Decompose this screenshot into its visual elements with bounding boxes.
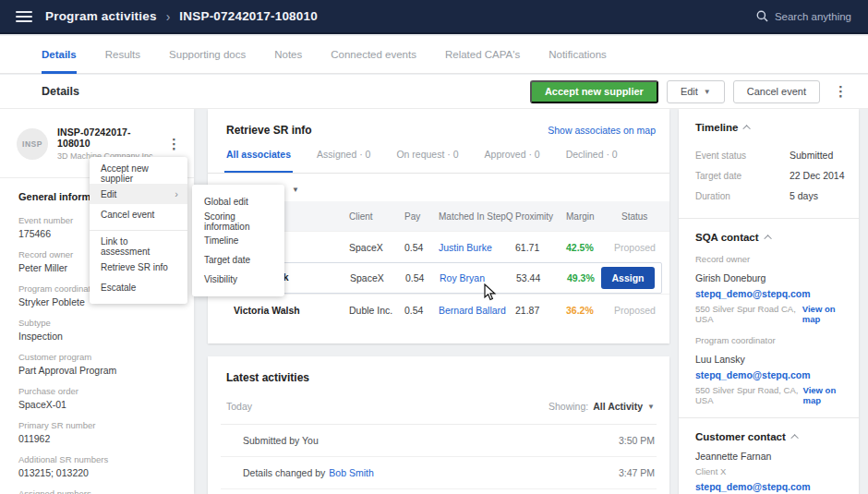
tab-results[interactable]: Results (105, 36, 140, 74)
col-margin: Margin (566, 211, 612, 222)
menu-item-retrieve-sr-info[interactable]: Retrieve SR info (90, 257, 187, 277)
record-avatar: INSP (17, 128, 48, 160)
field-customer-program: Customer program Part Approval Program (18, 352, 177, 376)
sqa-contact-section: SQA contact Record owner Girish Doneburg… (695, 232, 850, 405)
activity-time: 3:47 PM (619, 467, 655, 478)
tab-connected-events[interactable]: Connected events (331, 36, 416, 74)
contact-address: 550 Silver Spur Road CA, USA (695, 304, 802, 324)
field-primary-sr-number: Primary SR number 011962 (18, 420, 177, 444)
menu-item-edit[interactable]: Edit › (90, 184, 187, 204)
breadcrumb-record-id: INSP-07242017-108010 (179, 9, 318, 23)
sr-card-title: Retrieve SR info (226, 124, 312, 137)
main-tab-bar: Details Results Supporting docs Notes Co… (0, 36, 868, 74)
view-on-map-link[interactable]: View on map (803, 385, 850, 405)
submenu-item-scoring-information[interactable]: Scoring information (192, 211, 284, 231)
accept-new-supplier-button[interactable]: Accept new supplier (530, 80, 658, 103)
col-proximity: Proximity (514, 211, 566, 222)
submenu-item-target-date[interactable]: Target date (192, 250, 284, 270)
breadcrumb-chevron-icon: › (166, 9, 171, 24)
activity-time: 3:50 PM (619, 435, 655, 446)
contact-name: Jeannette Farnan (695, 451, 850, 462)
customer-contact-section: Customer contact Jeannette Farnan Client… (695, 431, 850, 494)
chevron-down-icon: ▼ (647, 403, 655, 411)
sqa-contact-header[interactable]: SQA contact (695, 232, 850, 243)
show-associates-on-map-link[interactable]: Show associates on map (548, 125, 656, 136)
page-title: Details (42, 85, 79, 98)
view-on-map-link[interactable]: View on map (802, 304, 850, 324)
menu-item-accept-new-supplier[interactable]: Accept new supplier (90, 163, 187, 184)
collapse-icon (743, 125, 751, 132)
activity-item: Submitted by You 3:50 PM (208, 425, 669, 456)
divider (679, 417, 859, 418)
associates-tab-bar: All associates Assigned · 0 On request ·… (208, 149, 669, 174)
customer-contact-header[interactable]: Customer contact (695, 431, 850, 442)
status-badge: Proposed (612, 305, 656, 316)
chevron-down-icon: ▼ (704, 88, 711, 96)
details-sidebar: Timeline Event status Submitted Target d… (679, 109, 859, 494)
col-status: Status (612, 211, 656, 222)
tab-all-associates[interactable]: All associates (226, 149, 291, 173)
matched-person-link[interactable]: Bernard Ballard (439, 305, 506, 316)
tab-approved[interactable]: Approved · 0 (485, 149, 540, 173)
field-subtype: Subtype Inspection (18, 318, 177, 342)
field-purchase-order: Purchase order SpaceX-01 (18, 386, 177, 410)
tab-assigned[interactable]: Assigned · 0 (317, 149, 370, 173)
search-icon (756, 10, 768, 22)
field-assigned-numbers: Assigned numbers (18, 488, 177, 494)
matched-person-link[interactable]: Justin Burke (439, 242, 492, 253)
edit-submenu: Global edit Scoring information Timeline… (192, 185, 284, 296)
timeline-row: Event status Submitted (695, 145, 850, 165)
matched-person-link[interactable]: Roy Bryan (440, 272, 485, 283)
toolbar-kebab-icon[interactable]: ⋮ (828, 83, 853, 100)
menu-item-link-to-assessment[interactable]: Link to assessment (90, 236, 187, 257)
search-placeholder: Search anything (775, 11, 851, 22)
edit-dropdown-button[interactable]: Edit ▼ (667, 80, 725, 103)
submenu-item-visibility[interactable]: Visibility (192, 270, 284, 289)
timeline-row: Duration 5 days (695, 186, 850, 206)
content-area: INSP INSP-07242017-108010 3D Machine Com… (0, 109, 868, 494)
submenu-item-global-edit[interactable]: Global edit (192, 192, 284, 211)
latest-activities-card: Latest activities Today Showing: All Act… (208, 356, 669, 494)
edit-button-label: Edit (681, 86, 698, 97)
field-additional-sr-numbers: Additional SR numbers 013215; 013220 (18, 454, 177, 478)
divider (679, 218, 859, 219)
collapse-icon (790, 434, 798, 441)
contact-name: Girish Doneburg (695, 272, 850, 283)
menu-item-cancel-event[interactable]: Cancel event (90, 204, 187, 224)
contact-company: Client X (695, 466, 850, 476)
tab-supporting-docs[interactable]: Supporting docs (169, 36, 246, 74)
contact-email-link[interactable]: stepq_demo@stepq.com (695, 481, 850, 492)
contact-email-link[interactable]: stepq_demo@stepq.com (695, 288, 850, 299)
assign-button[interactable]: Assign (601, 267, 655, 289)
record-context-menu: Accept new supplier Edit › Cancel event … (90, 157, 187, 304)
submenu-item-timeline[interactable]: Timeline (192, 231, 284, 250)
tab-details[interactable]: Details (42, 36, 77, 74)
activities-title: Latest activities (208, 356, 669, 384)
tab-notifications[interactable]: Notifications (549, 36, 607, 74)
tab-related-capas[interactable]: Related CAPA's (445, 36, 520, 74)
col-pay: Pay (398, 211, 435, 222)
top-bar: Program activities › INSP-07242017-10801… (0, 0, 868, 34)
tab-declined[interactable]: Declined · 0 (566, 149, 618, 173)
divider (90, 230, 187, 231)
contact-email-link[interactable]: stepq_demo@stepq.com (695, 369, 850, 380)
global-search[interactable]: Search anything (756, 10, 851, 22)
cancel-event-button[interactable]: Cancel event (733, 80, 820, 103)
filter-dropdown-icon[interactable]: ▼ (292, 186, 299, 194)
hamburger-menu-icon[interactable] (16, 8, 32, 25)
tab-notes[interactable]: Notes (274, 36, 302, 74)
contact-address: 550 Silver Spur Road, CA, USA (695, 385, 803, 405)
collapse-icon (764, 235, 771, 242)
activity-user-link[interactable]: Bob Smith (329, 467, 373, 478)
timeline-row: Target date 22 Dec 2014 (695, 165, 850, 186)
submenu-arrow-icon: › (175, 188, 178, 199)
timeline-section-header[interactable]: Timeline (695, 122, 850, 133)
record-kebab-icon[interactable]: ⋮ (162, 136, 187, 152)
table-row[interactable]: Victoria Walsh Duble Inc. 0.54 Bernard B… (208, 294, 669, 325)
activities-filter[interactable]: Showing: All Activity ▼ (549, 401, 655, 412)
menu-item-escalate[interactable]: Escatale (90, 277, 187, 297)
app-window: Program activities › INSP-07242017-10801… (0, 0, 868, 494)
tab-on-request[interactable]: On request · 0 (396, 149, 458, 173)
contact-name: Luu Lansky (695, 354, 850, 365)
breadcrumb-section[interactable]: Program activities (45, 9, 157, 23)
